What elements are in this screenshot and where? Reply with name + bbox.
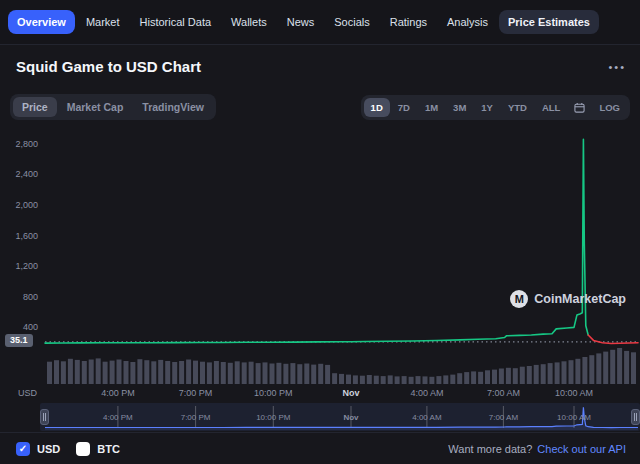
navigator-left-handle[interactable] bbox=[40, 409, 49, 425]
tab-socials[interactable]: Socials bbox=[325, 10, 378, 34]
chart-type-tradingview[interactable]: TradingView bbox=[133, 97, 213, 117]
navigator-tick-7-00-pm: 7:00 PM bbox=[181, 413, 211, 422]
x-tick-7-00-pm: 7:00 PM bbox=[179, 388, 213, 398]
chart-type-market-cap[interactable]: Market Cap bbox=[58, 97, 133, 117]
navigator-right-handle[interactable] bbox=[631, 409, 640, 425]
navigator-tick-4-00-am: 4:00 AM bbox=[412, 413, 441, 422]
y-tick-1600: 1,600 bbox=[0, 231, 38, 241]
navigator-line bbox=[45, 407, 638, 427]
tab-price-estimates[interactable]: Price Estimates bbox=[499, 10, 599, 34]
tab-market[interactable]: Market bbox=[77, 10, 129, 34]
volume-bars bbox=[47, 348, 636, 384]
axis-unit-label: USD bbox=[18, 388, 37, 398]
navigator-tick-10-00-am: 10:00 AM bbox=[557, 413, 591, 422]
check-icon: ✓ bbox=[19, 444, 27, 454]
api-link[interactable]: Check out our API bbox=[537, 443, 626, 455]
log-scale-button[interactable]: LOG bbox=[592, 98, 627, 117]
x-tick-10-00-pm: 10:00 PM bbox=[254, 388, 293, 398]
chart-type-price[interactable]: Price bbox=[13, 97, 57, 117]
range-1m[interactable]: 1M bbox=[418, 98, 445, 117]
chart-navigator[interactable]: 4:00 PM7:00 PM10:00 PMNov4:00 AM7:00 AM1… bbox=[40, 403, 640, 431]
y-tick-2800: 2,800 bbox=[0, 139, 38, 149]
currency-toggles: ✓USDBTC bbox=[16, 442, 120, 456]
more-options-button[interactable]: ••• bbox=[608, 61, 626, 73]
tab-news[interactable]: News bbox=[278, 10, 324, 34]
currency-label-btc: BTC bbox=[97, 443, 120, 455]
watermark: M CoinMarketCap bbox=[510, 290, 626, 308]
chart-footer: ✓USDBTC Want more data? Check out our AP… bbox=[0, 432, 640, 464]
price-chart-canvas[interactable] bbox=[0, 126, 640, 388]
current-price-badge: 35.1 bbox=[5, 334, 33, 347]
y-tick-400: 400 bbox=[0, 322, 38, 332]
tab-ratings[interactable]: Ratings bbox=[381, 10, 436, 34]
y-tick-1200: 1,200 bbox=[0, 261, 38, 271]
chart-controls: PriceMarket CapTradingView 1D7D1M3M1YYTD… bbox=[10, 94, 630, 120]
api-prompt-text: Want more data? bbox=[448, 443, 532, 455]
x-tick-4-00-am: 4:00 AM bbox=[410, 388, 443, 398]
currency-label-usd: USD bbox=[37, 443, 60, 455]
navigator-tick-7-00-am: 7:00 AM bbox=[489, 413, 518, 422]
y-tick-800: 800 bbox=[0, 292, 38, 302]
tab-historical-data[interactable]: Historical Data bbox=[131, 10, 221, 34]
x-tick-nov: Nov bbox=[342, 388, 359, 398]
api-promo: Want more data? Check out our API bbox=[448, 443, 626, 455]
calendar-button[interactable] bbox=[568, 98, 591, 117]
coinmarketcap-logo-icon: M bbox=[510, 290, 528, 308]
price-before-crash bbox=[45, 139, 588, 343]
range-all[interactable]: ALL bbox=[535, 98, 567, 117]
checkbox-usd[interactable]: ✓ bbox=[16, 442, 30, 456]
page-title: Squid Game to USD Chart bbox=[16, 58, 201, 75]
coinmarketcap-chart-page: OverviewMarketHistorical DataWalletsNews… bbox=[0, 0, 640, 464]
y-tick-2000: 2,000 bbox=[0, 200, 38, 210]
x-tick-10-00-am: 10:00 AM bbox=[555, 388, 593, 398]
primary-nav: OverviewMarketHistorical DataWalletsNews… bbox=[0, 0, 640, 45]
y-tick-2400: 2,400 bbox=[0, 169, 38, 179]
range-1y[interactable]: 1Y bbox=[474, 98, 500, 117]
navigator-tick-10-00-pm: 10:00 PM bbox=[256, 413, 290, 422]
range-1d[interactable]: 1D bbox=[364, 98, 390, 117]
range-7d[interactable]: 7D bbox=[391, 98, 417, 117]
calendar-icon bbox=[574, 102, 585, 113]
price-chart: 4008001,2001,6002,0002,4002,800 35.1 M C… bbox=[0, 126, 640, 388]
x-tick-4-00-pm: 4:00 PM bbox=[101, 388, 135, 398]
chart-type-group: PriceMarket CapTradingView bbox=[10, 94, 216, 120]
tab-analysis[interactable]: Analysis bbox=[438, 10, 497, 34]
watermark-text: CoinMarketCap bbox=[534, 292, 626, 306]
tab-overview[interactable]: Overview bbox=[8, 10, 75, 34]
x-axis: USD 4:00 PM7:00 PM10:00 PMNov4:00 AM7:00… bbox=[0, 388, 640, 402]
tab-wallets[interactable]: Wallets bbox=[222, 10, 276, 34]
x-tick-7-00-am: 7:00 AM bbox=[487, 388, 520, 398]
range-3m[interactable]: 3M bbox=[446, 98, 473, 117]
range-ytd[interactable]: YTD bbox=[501, 98, 534, 117]
currency-toggle-btc[interactable]: BTC bbox=[76, 442, 120, 456]
currency-toggle-usd[interactable]: ✓USD bbox=[16, 442, 60, 456]
navigator-tick-4-00-pm: 4:00 PM bbox=[103, 413, 133, 422]
checkbox-btc[interactable] bbox=[76, 442, 90, 456]
range-group: 1D7D1M3M1YYTDALLLOG bbox=[361, 95, 630, 120]
header-row: Squid Game to USD Chart ••• bbox=[16, 58, 626, 75]
navigator-tick-nov: Nov bbox=[343, 413, 358, 422]
